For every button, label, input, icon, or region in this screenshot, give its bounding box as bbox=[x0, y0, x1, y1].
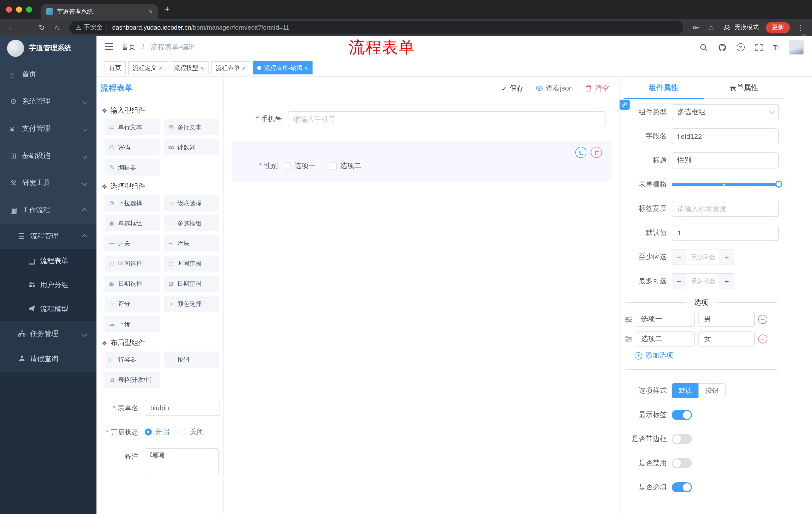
palette-item-cascader[interactable]: ⋔ 级联选择 bbox=[164, 195, 219, 211]
home-button[interactable]: ⌂ bbox=[50, 21, 63, 34]
tag-process-model[interactable]: 流程模型× bbox=[170, 61, 208, 75]
reload-button[interactable]: ↻ bbox=[35, 21, 48, 34]
radio-open[interactable]: 开启 bbox=[145, 428, 169, 437]
palette-item-switch[interactable]: ⊶ 开关 bbox=[105, 235, 160, 251]
tab-close-icon[interactable]: × bbox=[149, 7, 153, 16]
add-option-button[interactable]: + 添加选项 bbox=[635, 351, 779, 360]
decrement-button[interactable]: − bbox=[672, 249, 686, 265]
palette-item-table[interactable]: ⊞ 表格[开发中] bbox=[105, 372, 160, 388]
link-badge[interactable] bbox=[619, 100, 630, 110]
sidebar-item-user-group[interactable]: 用户分组 bbox=[0, 273, 96, 297]
new-tab-button[interactable]: + bbox=[165, 4, 170, 15]
copy-component-button[interactable] bbox=[575, 147, 586, 158]
sidebar-item-rd-tools[interactable]: ⚒ 研发工具 bbox=[0, 169, 96, 197]
tag-close-icon[interactable]: × bbox=[200, 64, 204, 72]
forward-button[interactable]: → bbox=[20, 21, 33, 34]
sidebar-item-process-management[interactable]: ☰ 流程管理 bbox=[0, 224, 96, 249]
github-icon[interactable] bbox=[718, 43, 726, 52]
tab-form-props[interactable]: 表单属性 bbox=[704, 77, 784, 98]
border-toggle[interactable] bbox=[672, 434, 692, 444]
palette-item-slider[interactable]: ⊸ 滑块 bbox=[164, 235, 219, 251]
canvas-field-gender-selected[interactable]: 性别 选项一 选项二 bbox=[232, 141, 611, 182]
tag-close-icon[interactable]: × bbox=[304, 64, 308, 72]
sidebar-item-payment-management[interactable]: ¥ 支付管理 bbox=[0, 115, 96, 142]
tag-home[interactable]: 首页 bbox=[105, 61, 126, 75]
window-minimize-button[interactable] bbox=[16, 6, 22, 12]
palette-item-row-container[interactable]: ◫ 行容器 bbox=[105, 352, 160, 368]
sidebar-item-process-form[interactable]: ▤ 流程表单 bbox=[0, 249, 96, 273]
decrement-button[interactable]: − bbox=[672, 274, 686, 289]
view-json-button[interactable]: 查看json bbox=[536, 84, 573, 93]
remove-option-button[interactable]: − bbox=[758, 334, 767, 344]
sidebar-item-task-management[interactable]: 任务管理 bbox=[0, 321, 96, 347]
back-button[interactable]: ← bbox=[5, 21, 18, 34]
gender-option-2[interactable]: 选项二 bbox=[330, 161, 361, 170]
bookmark-star-icon[interactable]: ☆ bbox=[704, 21, 718, 34]
show-label-toggle[interactable] bbox=[672, 410, 692, 420]
sidebar-item-workflow[interactable]: ▣ 工作流程 bbox=[0, 197, 96, 224]
option-label-input[interactable] bbox=[636, 331, 695, 347]
tag-process-form-edit[interactable]: 流程表单-编辑× bbox=[253, 61, 313, 75]
clear-button[interactable]: 清空 bbox=[585, 84, 609, 93]
palette-item-upload[interactable]: ☁ 上传 bbox=[105, 316, 160, 332]
palette-item-rate[interactable]: ☆ 评分 bbox=[105, 296, 160, 312]
browser-menu-icon[interactable]: ⋮ bbox=[794, 21, 807, 34]
style-button-button[interactable]: 按钮 bbox=[698, 383, 726, 398]
window-close-button[interactable] bbox=[6, 6, 12, 12]
sidebar-item-infrastructure[interactable]: ⊞ 基础设施 bbox=[0, 142, 96, 169]
field-name-input[interactable] bbox=[672, 128, 779, 144]
disabled-toggle[interactable] bbox=[672, 458, 692, 468]
slider-track[interactable] bbox=[672, 183, 779, 186]
palette-item-password[interactable]: 密码 bbox=[105, 139, 160, 155]
help-icon[interactable]: ? bbox=[736, 43, 745, 51]
palette-item-counter[interactable]: 123 计数器 bbox=[164, 139, 219, 155]
palette-item-time-range[interactable]: ◴ 时间范围 bbox=[164, 255, 219, 272]
palette-item-date-picker[interactable]: ▦ 日期选择 bbox=[105, 276, 160, 292]
sidebar-collapse-icon[interactable] bbox=[104, 42, 114, 52]
label-width-input[interactable] bbox=[672, 201, 779, 217]
form-remark-textarea[interactable]: 嘿嘿 bbox=[145, 448, 219, 476]
tag-close-icon[interactable]: × bbox=[159, 64, 163, 72]
window-zoom-button[interactable] bbox=[26, 6, 32, 12]
gender-option-1[interactable]: 选项一 bbox=[284, 161, 316, 170]
checkbox-icon[interactable] bbox=[284, 162, 291, 169]
search-icon[interactable] bbox=[699, 43, 708, 52]
increment-button[interactable]: + bbox=[720, 274, 734, 289]
sidebar-item-process-model[interactable]: 流程模型 bbox=[0, 297, 96, 321]
palette-item-multi-line-text[interactable]: ▤ 多行文本 bbox=[164, 119, 219, 135]
tag-process-definition[interactable]: 流程定义× bbox=[128, 61, 167, 75]
password-key-icon[interactable] bbox=[689, 21, 702, 34]
phone-input[interactable] bbox=[288, 111, 606, 127]
save-button[interactable]: ✓ 保存 bbox=[501, 84, 524, 93]
drag-handle-icon[interactable] bbox=[625, 335, 632, 343]
min-select-value[interactable]: 至少应选 bbox=[686, 249, 720, 265]
palette-item-button[interactable]: ▢ 按钮 bbox=[164, 352, 219, 368]
default-value-input[interactable] bbox=[672, 225, 779, 241]
canvas-field-phone[interactable]: 手机号 bbox=[232, 111, 606, 127]
palette-item-single-line-text[interactable]: ▭ 单行文本 bbox=[105, 119, 160, 135]
tag-close-icon[interactable]: × bbox=[242, 64, 245, 72]
option-value-input[interactable] bbox=[698, 312, 755, 327]
tab-component-props[interactable]: 组件属性 bbox=[624, 77, 704, 98]
font-size-icon[interactable]: TT bbox=[773, 44, 779, 51]
user-avatar[interactable] bbox=[789, 40, 804, 55]
drag-handle-icon[interactable] bbox=[625, 316, 632, 323]
fullscreen-icon[interactable] bbox=[754, 43, 763, 52]
slider-handle[interactable] bbox=[775, 181, 782, 188]
delete-component-button[interactable] bbox=[591, 147, 602, 158]
palette-item-radio-group[interactable]: ◉ 单选框组 bbox=[105, 215, 160, 231]
max-select-value[interactable]: 最多可选 bbox=[686, 274, 720, 289]
sidebar-item-leave-query[interactable]: 请假查询 bbox=[0, 347, 96, 372]
required-toggle[interactable] bbox=[672, 482, 692, 492]
checkbox-icon[interactable] bbox=[330, 162, 337, 169]
tag-process-form[interactable]: 流程表单× bbox=[211, 61, 250, 75]
palette-item-select[interactable]: ⊚ 下拉选择 bbox=[105, 195, 160, 211]
style-default-button[interactable]: 默认 bbox=[672, 383, 698, 398]
sidebar-item-home[interactable]: ⌂ 首页 bbox=[0, 61, 96, 88]
option-value-input[interactable] bbox=[698, 331, 755, 347]
palette-item-checkbox-group[interactable]: ☑ 多选框组 bbox=[164, 215, 219, 231]
browser-tab[interactable]: 芋道管理系统 × bbox=[41, 4, 158, 19]
palette-item-editor[interactable]: ✎ 编辑器 bbox=[105, 159, 160, 175]
option-label-input[interactable] bbox=[636, 312, 695, 327]
form-name-input[interactable] bbox=[145, 400, 220, 416]
